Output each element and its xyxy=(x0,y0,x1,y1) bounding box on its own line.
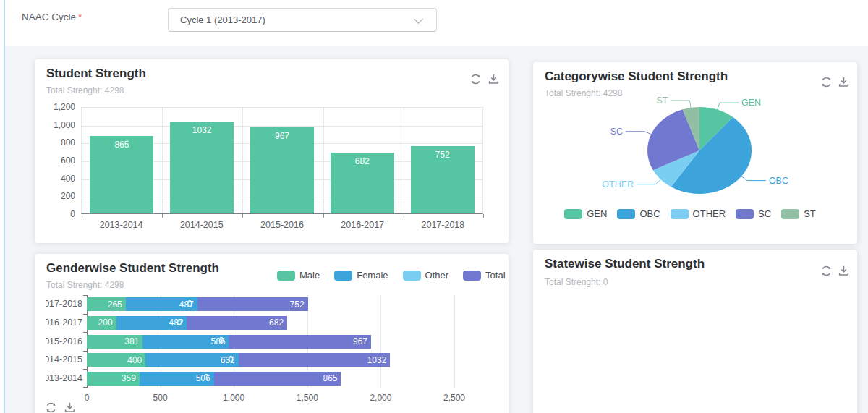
legend-swatch xyxy=(277,271,295,281)
legend-label: ST xyxy=(804,208,816,219)
bar-bands: 8651032967682752 xyxy=(82,108,482,213)
bar-band: 752 xyxy=(402,108,482,213)
segment-male[interactable]: 200 xyxy=(87,316,116,330)
x-axis-tick xyxy=(483,214,484,218)
naac-cycle-label: NAAC Cycle* xyxy=(22,12,82,22)
bar-2017-2018[interactable]: 752 xyxy=(411,146,475,213)
gender-row-2014-2015: 40063210320 xyxy=(87,351,454,370)
segment-value-label: 200 xyxy=(98,318,113,328)
download-icon[interactable] xyxy=(838,265,850,277)
legend-swatch xyxy=(736,209,754,219)
stacked-bar[interactable]: 4006321032 xyxy=(87,353,390,367)
bar-band: 967 xyxy=(242,108,323,213)
segment-total[interactable]: 967 xyxy=(229,335,371,349)
segment-value-label: 359 xyxy=(122,373,136,383)
pie-label-line xyxy=(637,179,660,184)
segment-male[interactable]: 359 xyxy=(87,372,140,386)
x-axis-label: 2016-2017 xyxy=(323,220,403,230)
legend-label: GEN xyxy=(587,208,607,219)
categorywise-pie-chart: GENOBCOTHERSCST xyxy=(533,91,857,208)
segment-male[interactable]: 381 xyxy=(87,335,142,349)
naac-cycle-select-value: Cycle 1 (2013-2017) xyxy=(180,14,265,25)
y-axis-label: 2014-2015 xyxy=(46,354,82,365)
legend-item-OBC[interactable]: OBC xyxy=(617,208,660,219)
y-axis-label: 2015-2016 xyxy=(46,336,82,347)
refresh-icon[interactable] xyxy=(469,73,482,85)
stacked-bar[interactable]: 265487752 xyxy=(87,297,308,311)
segment-value-label: 682 xyxy=(269,318,284,328)
legend-label: Female xyxy=(357,270,388,281)
legend-swatch xyxy=(671,209,689,219)
bar-band: 1032 xyxy=(162,108,242,213)
y-axis-label-text: 2015-2016 xyxy=(46,336,82,346)
genderwise-title: Genderwise Student Strength xyxy=(46,261,219,276)
genderwise-total: Total Strenght: 4298 xyxy=(46,280,124,290)
segment-female[interactable]: 586 xyxy=(142,335,229,349)
bar-2015-2016[interactable]: 967 xyxy=(250,127,314,213)
legend-item-ST[interactable]: ST xyxy=(781,208,816,219)
x-axis-tick xyxy=(404,214,404,218)
bar-value-label: 1032 xyxy=(170,125,234,135)
segment-total[interactable]: 865 xyxy=(214,372,341,386)
y-axis-label: 200 xyxy=(35,191,75,201)
x-axis-label: 500 xyxy=(135,393,186,403)
y-axis-label: 0 xyxy=(35,209,75,219)
refresh-icon[interactable] xyxy=(820,76,833,88)
legend-item-SC[interactable]: SC xyxy=(736,208,771,219)
legend-swatch xyxy=(564,209,582,219)
legend-item-Other[interactable]: Other xyxy=(403,270,449,281)
bar-2016-2017[interactable]: 682 xyxy=(331,153,394,213)
pie-svg: GENOBCOTHERSCST xyxy=(533,91,857,208)
pie-label-line xyxy=(671,101,692,108)
legend-item-GEN[interactable]: GEN xyxy=(564,208,607,219)
segment-other-zero-label: 0 xyxy=(177,318,182,328)
segment-other-zero-label: 0 xyxy=(219,336,224,346)
bar-plot-area: 8651032967682752 xyxy=(81,107,483,214)
x-axis-label: 2013-2014 xyxy=(81,220,161,230)
x-axis-label: 1,500 xyxy=(282,393,333,403)
legend-label: Other xyxy=(425,270,449,281)
stacked-bar[interactable]: 359506865 xyxy=(87,372,341,386)
x-axis-tick xyxy=(482,214,482,218)
bar-2014-2015[interactable]: 1032 xyxy=(170,122,234,213)
download-icon[interactable] xyxy=(838,76,850,88)
legend-item-Total[interactable]: Total xyxy=(463,270,505,281)
segment-other-zero-label: 0 xyxy=(229,354,234,365)
legend-item-Male[interactable]: Male xyxy=(277,270,320,281)
legend-label: OTHER xyxy=(693,208,726,219)
naac-cycle-select[interactable]: Cycle 1 (2013-2017) xyxy=(168,8,437,32)
x-axis-label: 2,000 xyxy=(355,393,406,403)
y-axis-label: 2013-2014 xyxy=(46,373,82,384)
statewise-total: Total Strenght: 0 xyxy=(545,277,608,287)
segment-total[interactable]: 1032 xyxy=(239,353,391,367)
segment-total[interactable]: 752 xyxy=(197,297,308,311)
legend-item-Female[interactable]: Female xyxy=(334,270,388,281)
y-axis-label: 600 xyxy=(35,156,75,166)
download-icon[interactable] xyxy=(488,73,500,85)
bar-2013-2014[interactable]: 865 xyxy=(90,136,153,213)
segment-total[interactable]: 682 xyxy=(187,316,287,330)
stacked-bar[interactable]: 200482682 xyxy=(87,316,287,330)
pie-callout-label-GEN: GEN xyxy=(741,98,761,108)
segment-male[interactable]: 400 xyxy=(87,353,145,367)
x-axis-tick xyxy=(323,214,324,218)
stacked-bar[interactable]: 381586967 xyxy=(87,335,371,349)
legend-swatch xyxy=(403,271,421,281)
refresh-icon[interactable] xyxy=(45,401,57,413)
required-asterisk: * xyxy=(78,12,82,22)
pie-callout-label-OBC: OBC xyxy=(769,176,788,186)
segment-female[interactable]: 632 xyxy=(145,353,238,367)
segment-male[interactable]: 265 xyxy=(87,297,126,311)
segment-value-label: 865 xyxy=(323,373,337,383)
refresh-icon[interactable] xyxy=(820,265,833,277)
download-icon[interactable] xyxy=(64,401,76,413)
gender-row-2017-2018: 2654877520 xyxy=(87,295,454,314)
genderwise-card: Genderwise Student Strength Total Streng… xyxy=(35,254,509,413)
student-strength-total: Total Strenght: 4298 xyxy=(46,85,124,95)
legend-item-OTHER[interactable]: OTHER xyxy=(671,208,726,219)
segment-female[interactable]: 506 xyxy=(140,372,214,386)
bar-value-label: 682 xyxy=(331,156,394,166)
y-axis-label: 1,200 xyxy=(35,102,75,112)
gender-row-2013-2014: 3595068650 xyxy=(87,369,454,388)
left-accent-line xyxy=(4,0,5,413)
